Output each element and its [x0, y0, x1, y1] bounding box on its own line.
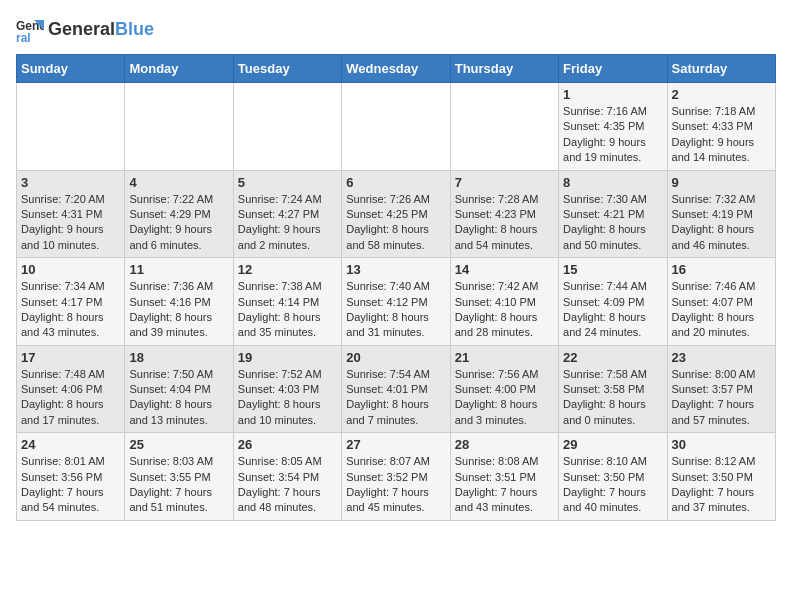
day-number: 29: [563, 437, 662, 452]
day-number: 18: [129, 350, 228, 365]
calendar: SundayMondayTuesdayWednesdayThursdayFrid…: [16, 54, 776, 521]
calendar-cell: 4Sunrise: 7:22 AM Sunset: 4:29 PM Daylig…: [125, 170, 233, 258]
day-info: Sunrise: 7:24 AM Sunset: 4:27 PM Dayligh…: [238, 192, 337, 254]
day-info: Sunrise: 7:54 AM Sunset: 4:01 PM Dayligh…: [346, 367, 445, 429]
day-number: 30: [672, 437, 771, 452]
day-number: 17: [21, 350, 120, 365]
calendar-cell: [17, 83, 125, 171]
day-number: 11: [129, 262, 228, 277]
day-info: Sunrise: 8:01 AM Sunset: 3:56 PM Dayligh…: [21, 454, 120, 516]
calendar-week-5: 24Sunrise: 8:01 AM Sunset: 3:56 PM Dayli…: [17, 433, 776, 521]
calendar-cell: 7Sunrise: 7:28 AM Sunset: 4:23 PM Daylig…: [450, 170, 558, 258]
calendar-header-row: SundayMondayTuesdayWednesdayThursdayFrid…: [17, 55, 776, 83]
day-number: 5: [238, 175, 337, 190]
day-info: Sunrise: 7:32 AM Sunset: 4:19 PM Dayligh…: [672, 192, 771, 254]
day-info: Sunrise: 7:34 AM Sunset: 4:17 PM Dayligh…: [21, 279, 120, 341]
calendar-cell: 15Sunrise: 7:44 AM Sunset: 4:09 PM Dayli…: [559, 258, 667, 346]
calendar-cell: [342, 83, 450, 171]
calendar-cell: 1Sunrise: 7:16 AM Sunset: 4:35 PM Daylig…: [559, 83, 667, 171]
day-info: Sunrise: 7:36 AM Sunset: 4:16 PM Dayligh…: [129, 279, 228, 341]
calendar-cell: 16Sunrise: 7:46 AM Sunset: 4:07 PM Dayli…: [667, 258, 775, 346]
calendar-cell: 11Sunrise: 7:36 AM Sunset: 4:16 PM Dayli…: [125, 258, 233, 346]
header: Gene ral GeneralBlue: [16, 16, 776, 44]
calendar-header-sunday: Sunday: [17, 55, 125, 83]
day-info: Sunrise: 7:22 AM Sunset: 4:29 PM Dayligh…: [129, 192, 228, 254]
calendar-cell: 9Sunrise: 7:32 AM Sunset: 4:19 PM Daylig…: [667, 170, 775, 258]
day-number: 28: [455, 437, 554, 452]
calendar-cell: 23Sunrise: 8:00 AM Sunset: 3:57 PM Dayli…: [667, 345, 775, 433]
day-number: 1: [563, 87, 662, 102]
svg-text:ral: ral: [16, 31, 31, 44]
calendar-cell: 22Sunrise: 7:58 AM Sunset: 3:58 PM Dayli…: [559, 345, 667, 433]
calendar-cell: 28Sunrise: 8:08 AM Sunset: 3:51 PM Dayli…: [450, 433, 558, 521]
day-number: 3: [21, 175, 120, 190]
day-info: Sunrise: 7:46 AM Sunset: 4:07 PM Dayligh…: [672, 279, 771, 341]
calendar-cell: 12Sunrise: 7:38 AM Sunset: 4:14 PM Dayli…: [233, 258, 341, 346]
day-info: Sunrise: 8:03 AM Sunset: 3:55 PM Dayligh…: [129, 454, 228, 516]
calendar-cell: 10Sunrise: 7:34 AM Sunset: 4:17 PM Dayli…: [17, 258, 125, 346]
day-number: 6: [346, 175, 445, 190]
calendar-cell: 6Sunrise: 7:26 AM Sunset: 4:25 PM Daylig…: [342, 170, 450, 258]
day-info: Sunrise: 8:07 AM Sunset: 3:52 PM Dayligh…: [346, 454, 445, 516]
day-number: 4: [129, 175, 228, 190]
day-number: 10: [21, 262, 120, 277]
day-info: Sunrise: 7:56 AM Sunset: 4:00 PM Dayligh…: [455, 367, 554, 429]
calendar-cell: 24Sunrise: 8:01 AM Sunset: 3:56 PM Dayli…: [17, 433, 125, 521]
calendar-cell: 18Sunrise: 7:50 AM Sunset: 4:04 PM Dayli…: [125, 345, 233, 433]
calendar-header-thursday: Thursday: [450, 55, 558, 83]
day-number: 25: [129, 437, 228, 452]
calendar-cell: [450, 83, 558, 171]
calendar-cell: 20Sunrise: 7:54 AM Sunset: 4:01 PM Dayli…: [342, 345, 450, 433]
day-number: 8: [563, 175, 662, 190]
day-number: 24: [21, 437, 120, 452]
day-info: Sunrise: 7:50 AM Sunset: 4:04 PM Dayligh…: [129, 367, 228, 429]
calendar-cell: 2Sunrise: 7:18 AM Sunset: 4:33 PM Daylig…: [667, 83, 775, 171]
day-info: Sunrise: 7:52 AM Sunset: 4:03 PM Dayligh…: [238, 367, 337, 429]
calendar-cell: 30Sunrise: 8:12 AM Sunset: 3:50 PM Dayli…: [667, 433, 775, 521]
day-number: 14: [455, 262, 554, 277]
day-info: Sunrise: 8:08 AM Sunset: 3:51 PM Dayligh…: [455, 454, 554, 516]
day-info: Sunrise: 8:00 AM Sunset: 3:57 PM Dayligh…: [672, 367, 771, 429]
calendar-header-monday: Monday: [125, 55, 233, 83]
calendar-cell: 5Sunrise: 7:24 AM Sunset: 4:27 PM Daylig…: [233, 170, 341, 258]
day-info: Sunrise: 8:05 AM Sunset: 3:54 PM Dayligh…: [238, 454, 337, 516]
day-info: Sunrise: 7:16 AM Sunset: 4:35 PM Dayligh…: [563, 104, 662, 166]
day-info: Sunrise: 7:40 AM Sunset: 4:12 PM Dayligh…: [346, 279, 445, 341]
calendar-cell: 25Sunrise: 8:03 AM Sunset: 3:55 PM Dayli…: [125, 433, 233, 521]
day-number: 22: [563, 350, 662, 365]
day-number: 13: [346, 262, 445, 277]
calendar-week-4: 17Sunrise: 7:48 AM Sunset: 4:06 PM Dayli…: [17, 345, 776, 433]
calendar-cell: 21Sunrise: 7:56 AM Sunset: 4:00 PM Dayli…: [450, 345, 558, 433]
day-number: 26: [238, 437, 337, 452]
calendar-cell: [125, 83, 233, 171]
logo: Gene ral GeneralBlue: [16, 16, 154, 44]
day-number: 2: [672, 87, 771, 102]
calendar-cell: 27Sunrise: 8:07 AM Sunset: 3:52 PM Dayli…: [342, 433, 450, 521]
calendar-week-2: 3Sunrise: 7:20 AM Sunset: 4:31 PM Daylig…: [17, 170, 776, 258]
day-info: Sunrise: 7:28 AM Sunset: 4:23 PM Dayligh…: [455, 192, 554, 254]
calendar-cell: 17Sunrise: 7:48 AM Sunset: 4:06 PM Dayli…: [17, 345, 125, 433]
logo-icon: Gene ral: [16, 16, 44, 44]
day-info: Sunrise: 8:12 AM Sunset: 3:50 PM Dayligh…: [672, 454, 771, 516]
day-info: Sunrise: 7:48 AM Sunset: 4:06 PM Dayligh…: [21, 367, 120, 429]
day-number: 20: [346, 350, 445, 365]
day-number: 15: [563, 262, 662, 277]
day-number: 12: [238, 262, 337, 277]
calendar-header-wednesday: Wednesday: [342, 55, 450, 83]
day-info: Sunrise: 7:30 AM Sunset: 4:21 PM Dayligh…: [563, 192, 662, 254]
calendar-week-3: 10Sunrise: 7:34 AM Sunset: 4:17 PM Dayli…: [17, 258, 776, 346]
day-number: 19: [238, 350, 337, 365]
day-info: Sunrise: 7:44 AM Sunset: 4:09 PM Dayligh…: [563, 279, 662, 341]
day-info: Sunrise: 7:42 AM Sunset: 4:10 PM Dayligh…: [455, 279, 554, 341]
calendar-cell: 14Sunrise: 7:42 AM Sunset: 4:10 PM Dayli…: [450, 258, 558, 346]
day-info: Sunrise: 7:38 AM Sunset: 4:14 PM Dayligh…: [238, 279, 337, 341]
day-info: Sunrise: 7:58 AM Sunset: 3:58 PM Dayligh…: [563, 367, 662, 429]
day-number: 7: [455, 175, 554, 190]
logo-general-text: GeneralBlue: [48, 20, 154, 40]
calendar-cell: 19Sunrise: 7:52 AM Sunset: 4:03 PM Dayli…: [233, 345, 341, 433]
calendar-header-tuesday: Tuesday: [233, 55, 341, 83]
calendar-week-1: 1Sunrise: 7:16 AM Sunset: 4:35 PM Daylig…: [17, 83, 776, 171]
calendar-cell: 29Sunrise: 8:10 AM Sunset: 3:50 PM Dayli…: [559, 433, 667, 521]
calendar-cell: 8Sunrise: 7:30 AM Sunset: 4:21 PM Daylig…: [559, 170, 667, 258]
calendar-cell: 13Sunrise: 7:40 AM Sunset: 4:12 PM Dayli…: [342, 258, 450, 346]
